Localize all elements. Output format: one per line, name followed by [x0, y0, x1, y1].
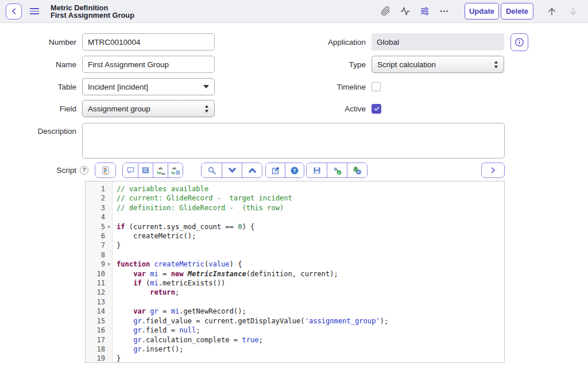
chevron-right-icon: [489, 167, 497, 174]
scroll-up-button[interactable]: [545, 5, 559, 18]
number-input[interactable]: [82, 33, 215, 51]
replace-icon: ab ac: [156, 166, 165, 175]
back-button[interactable]: [6, 3, 22, 20]
metric-definition-form: Metric Definition First Assignment Group: [0, 0, 588, 375]
timeline-label: Timeline: [297, 83, 366, 91]
script-help-icon[interactable]: ?: [80, 166, 88, 175]
toolbar-group-3: [201, 163, 262, 178]
page-title-record-type: Metric Definition: [51, 4, 134, 11]
page-title-record-name: First Assignment Group: [51, 11, 134, 19]
syntax-check-icon: [332, 166, 342, 175]
application-info-button[interactable]: [510, 33, 528, 51]
personalize-form-button[interactable]: [418, 5, 432, 18]
name-label: Name: [0, 60, 76, 69]
format-code-icon: [101, 166, 110, 175]
paperclip-icon: [381, 6, 390, 16]
form-header: Metric Definition First Assignment Group: [0, 0, 588, 23]
table-dropdown[interactable]: Incident [incident]: [82, 78, 215, 95]
attachment-button[interactable]: [379, 5, 393, 18]
caret-down-icon: [203, 85, 209, 88]
format-lines-icon: [141, 166, 150, 175]
table-label: Table: [0, 83, 76, 91]
code-line: 9▾function createMetric(value) {: [86, 260, 504, 269]
description-label: Description: [0, 127, 76, 136]
replace-all-icon: ab: [171, 166, 180, 175]
script-editor[interactable]: 1// variables available2// current: Glid…: [85, 181, 505, 363]
replace-all-button[interactable]: ab: [168, 163, 183, 177]
timeline-checkbox[interactable]: [372, 82, 381, 91]
field-label: Field: [0, 105, 76, 113]
activity-icon: [400, 6, 410, 16]
syntax-check-button[interactable]: [327, 163, 347, 177]
number-label: Number: [0, 38, 76, 47]
search-button[interactable]: [202, 163, 222, 177]
svg-text:ab: ab: [172, 167, 176, 170]
chevron-down-bold-icon: [228, 167, 237, 174]
editor-expand-button[interactable]: [481, 163, 505, 178]
select-arrows-icon: [494, 61, 498, 68]
toolbar-group-1: [95, 163, 116, 178]
code-line: 4: [86, 212, 504, 222]
replace-button[interactable]: ab ac: [153, 163, 168, 177]
sliders-icon: [420, 6, 430, 16]
code-line: 14 var gr = mi.getNewRecord();: [86, 307, 504, 316]
find-previous-button[interactable]: [242, 163, 262, 177]
toggle-comment-button[interactable]: [123, 163, 138, 177]
code-line: 13: [86, 297, 504, 307]
field-value: Assignment group: [88, 105, 150, 113]
debug-icon: [353, 166, 362, 175]
code-line: 8: [86, 250, 504, 260]
form-context-menu-icon[interactable]: [30, 8, 39, 14]
code-lines: 1// variables available2// current: Glid…: [86, 184, 504, 363]
select-arrows-icon: [204, 105, 209, 113]
scroll-down-button[interactable]: [566, 5, 580, 18]
description-textarea[interactable]: [82, 123, 505, 158]
open-new-window-icon: [271, 166, 280, 175]
delete-button[interactable]: Delete: [501, 3, 533, 20]
code-line: 7}: [86, 241, 504, 250]
code-line: 6 createMetric();: [86, 231, 504, 241]
application-label: Application: [297, 38, 366, 47]
checkmark-icon: [373, 105, 380, 112]
activity-stream-button[interactable]: [399, 5, 412, 18]
code-line: 12 return;: [86, 288, 504, 297]
type-label: Type: [297, 60, 366, 69]
code-line: 3// definition: GlideRecord - (this row): [86, 203, 504, 212]
toolbar-group-4: ?: [265, 163, 304, 178]
find-next-button[interactable]: [222, 163, 242, 177]
ellipsis-icon: [440, 7, 448, 16]
script-debugger-button[interactable]: [347, 163, 367, 177]
open-in-new-window-button[interactable]: [266, 163, 285, 177]
active-checkbox[interactable]: [372, 104, 381, 114]
search-icon: [207, 166, 216, 175]
arrow-up-icon: [547, 6, 557, 17]
save-button[interactable]: [307, 163, 327, 177]
save-icon: [312, 166, 322, 175]
field-select[interactable]: Assignment group: [82, 100, 215, 117]
help-icon: ?: [290, 166, 299, 175]
format-code-button[interactable]: [95, 163, 115, 177]
help-button[interactable]: ?: [285, 163, 304, 177]
format-selection-button[interactable]: [138, 163, 153, 177]
name-input[interactable]: [82, 56, 215, 73]
table-value: Incident [incident]: [88, 83, 148, 91]
comment-icon: [126, 166, 135, 175]
svg-text:ac: ac: [161, 171, 165, 175]
code-line: 16 gr.field = null;: [86, 326, 504, 335]
code-line: 2// current: GlideRecord - target incide…: [86, 194, 504, 203]
more-options-button[interactable]: [438, 5, 451, 18]
toolbar-group-5: [306, 163, 368, 178]
code-line: 5▾if (current.sys_mod_count == 0) {: [86, 222, 504, 231]
svg-text:ab: ab: [158, 167, 163, 170]
update-button[interactable]: Update: [465, 3, 499, 20]
active-label: Active: [297, 105, 366, 113]
chevron-up-bold-icon: [248, 167, 257, 174]
arrow-down-icon: [568, 6, 578, 17]
page-title: Metric Definition First Assignment Group: [51, 4, 134, 19]
chevron-left-icon: [10, 7, 18, 15]
script-label: Script: [0, 166, 76, 175]
code-line: 10 var mi = new MetricInstance(definitio…: [86, 269, 504, 279]
type-select[interactable]: Script calculation: [372, 56, 504, 73]
header-actions: Update Delete: [373, 3, 588, 20]
code-line: 1// variables available: [86, 184, 504, 194]
